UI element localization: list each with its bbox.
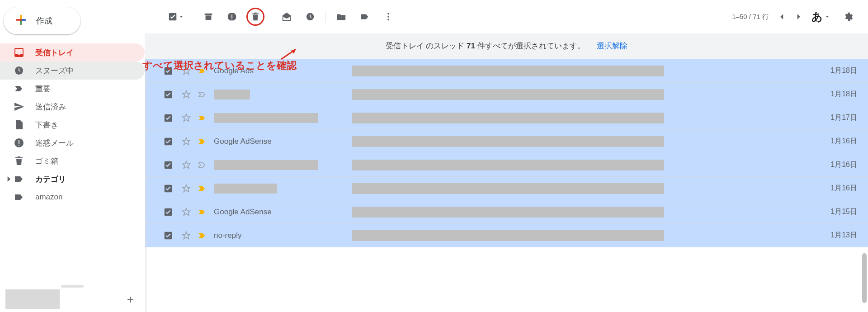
important-marker-icon[interactable] [198,184,207,193]
email-date: 1月18日 [830,90,857,99]
compose-button[interactable]: 作成 [4,7,80,34]
footer-thumbnail [5,289,60,309]
svg-rect-2 [20,21,22,25]
svg-point-13 [387,19,389,21]
row-checkbox[interactable] [163,207,173,217]
sidebar-item-label: ゴミ箱 [35,156,58,166]
more-button[interactable] [379,8,397,26]
star-icon[interactable] [181,231,191,241]
svg-point-11 [387,13,389,15]
label-icon [14,174,24,184]
input-method-button[interactable]: あ [811,9,830,24]
star-icon[interactable] [181,137,191,147]
sidebar-item-important[interactable]: 重要 [0,80,145,98]
toolbar: 1–50 / 71 行 あ [145,0,868,33]
add-label-button[interactable]: + [127,293,134,307]
sidebar-item-drafts[interactable]: 下書き [0,116,145,134]
email-row[interactable]: 1月16日 [145,177,868,200]
email-subject-redacted [352,207,664,217]
email-date: 1月13日 [830,231,857,240]
gear-icon [843,12,853,22]
star-icon[interactable] [181,66,191,76]
checkbox-checked-icon [168,12,178,22]
email-sender: Google Ads [214,66,254,76]
svg-rect-1 [22,19,26,21]
archive-button[interactable] [199,8,217,26]
inbox-icon [14,47,24,58]
row-checkbox[interactable] [163,113,173,123]
important-marker-icon[interactable] [198,113,207,123]
sidebar-item-categories[interactable]: カテゴリ [0,170,145,188]
move-button[interactable] [332,8,350,26]
settings-button[interactable] [839,8,857,26]
row-checkbox[interactable] [163,90,173,99]
delete-button[interactable] [246,8,264,26]
email-sender: Google AdSense [214,137,272,146]
svg-rect-5 [19,140,19,144]
important-marker-icon[interactable] [198,231,207,240]
sidebar-item-label: スヌーズ中 [35,66,74,76]
important-marker-icon[interactable] [198,208,207,217]
clock-icon [305,12,315,22]
trash-icon [14,156,24,166]
sidebar-item-label: カテゴリ [35,174,66,184]
row-checkbox[interactable] [163,137,173,147]
prev-page-button[interactable] [778,13,786,21]
email-row[interactable]: 1月16日 [145,153,868,177]
email-row[interactable]: no-reply1月13日 [145,224,868,247]
star-icon[interactable] [181,184,191,194]
row-checkbox[interactable] [163,66,173,76]
select-all-checkbox[interactable] [163,12,189,22]
spam-icon [227,12,237,22]
important-marker-icon[interactable] [198,90,207,99]
important-marker-icon[interactable] [198,161,207,170]
star-icon[interactable] [181,113,191,123]
sidebar-item-label: amazon [35,193,62,202]
compose-label: 作成 [36,15,52,26]
email-date: 1月18日 [830,66,857,76]
sidebar-item-snoozed[interactable]: スヌーズ中 [0,61,145,80]
sidebar-item-inbox[interactable]: 受信トレイ [0,43,145,61]
draft-icon [14,119,24,130]
email-row[interactable]: Google AdSense1月16日 [145,130,868,153]
star-icon[interactable] [181,160,191,170]
email-sender-redacted [214,90,250,99]
svg-rect-0 [20,15,22,19]
report-spam-button[interactable] [223,8,241,26]
email-row[interactable]: Google Ads1月18日 [145,59,868,83]
row-checkbox[interactable] [163,231,173,241]
labels-button[interactable] [356,8,374,26]
snooze-button[interactable] [301,8,319,26]
star-icon[interactable] [181,207,191,217]
sidebar-item-trash[interactable]: ゴミ箱 [0,152,145,170]
important-marker-icon[interactable] [198,137,207,146]
page-range: 1–50 / 71 行 [732,13,769,21]
input-method-label: あ [811,9,823,24]
sidebar-item-spam[interactable]: 迷惑メール [0,134,145,152]
mark-read-button[interactable] [278,8,296,26]
row-checkbox[interactable] [163,184,173,194]
email-date: 1月16日 [830,160,857,170]
chevron-down-icon [825,14,830,19]
svg-point-12 [387,16,389,18]
email-date: 1月17日 [830,113,857,123]
email-subject-redacted [352,89,664,100]
scrollbar[interactable] [862,253,867,303]
email-subject-redacted [352,136,664,147]
next-page-button[interactable] [794,13,802,21]
email-row[interactable]: 1月18日 [145,83,868,106]
email-row[interactable]: 1月17日 [145,106,868,130]
email-row[interactable]: Google AdSense1月15日 [145,200,868,224]
resize-handle[interactable] [61,285,84,288]
svg-rect-8 [231,14,232,17]
sidebar-item-sent[interactable]: 送信済み [0,98,145,116]
send-icon [14,101,24,112]
star-icon[interactable] [181,90,191,99]
caret-right-icon [5,175,14,184]
chevron-down-icon [179,14,184,19]
deselect-all-link[interactable]: 選択解除 [597,42,627,50]
row-checkbox[interactable] [163,160,173,170]
email-date: 1月15日 [830,207,857,217]
sidebar-item-amazon[interactable]: amazon [0,188,145,206]
important-marker-icon[interactable] [198,66,207,76]
